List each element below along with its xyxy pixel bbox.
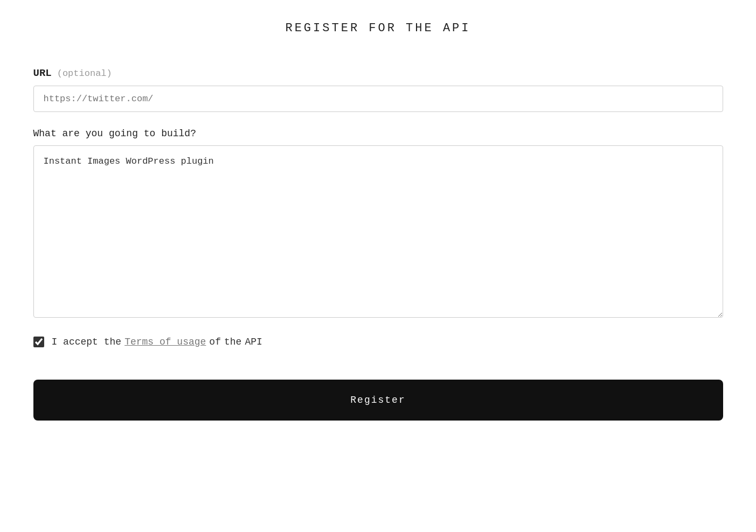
page-container: REGISTER FOR THE API URL (optional) What… [28, 22, 729, 421]
checkbox-of-text: of [209, 337, 221, 347]
checkbox-pre-text: I accept the [52, 337, 122, 347]
terms-section: I accept the Terms of usage of the API [33, 337, 723, 347]
url-section: URL (optional) [33, 67, 723, 112]
url-input[interactable] [33, 86, 723, 112]
terms-checkbox[interactable] [33, 337, 44, 347]
build-section: What are you going to build? Instant Ima… [33, 128, 723, 320]
url-optional-text: (optional) [57, 68, 112, 79]
terms-label: I accept the Terms of usage of the API [52, 337, 262, 347]
checkbox-api-text: API [245, 337, 262, 347]
url-label-text: URL [33, 67, 52, 79]
register-button[interactable]: Register [33, 380, 723, 421]
terms-of-usage-link[interactable]: Terms of usage [124, 337, 206, 347]
url-label: URL (optional) [33, 67, 723, 79]
build-textarea[interactable]: Instant Images WordPress plugin [33, 145, 723, 318]
checkbox-the-text: the [224, 337, 241, 347]
build-label: What are you going to build? [33, 128, 723, 139]
page-title: REGISTER FOR THE API [33, 22, 723, 35]
